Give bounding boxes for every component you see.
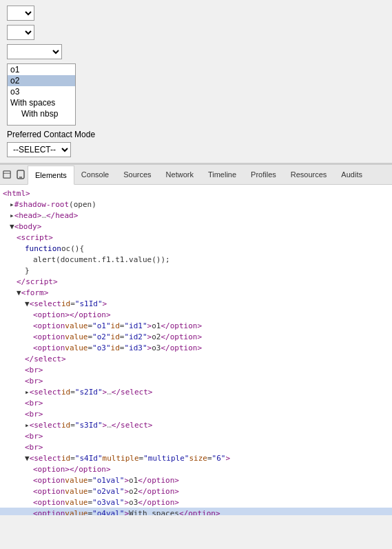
code-line-13[interactable]: <option value="o2" id="id2">o2</option>: [0, 331, 392, 342]
code-line-26[interactable]: <option value="o1val">o1</option>: [0, 475, 392, 486]
tab-network[interactable]: Network: [159, 165, 201, 184]
mobile-icon[interactable]: [14, 165, 28, 184]
preferred-select[interactable]: --SELECT--: [7, 142, 71, 157]
listbox-item-o1[interactable]: o1: [8, 64, 75, 75]
code-line-6[interactable]: alert(document.f1.t1.value());: [0, 254, 392, 265]
devtools-tabs-bar: Elements Console Sources Network Timelin…: [0, 165, 392, 185]
code-line-24[interactable]: ▼ <select id="s4Id" multiple="multiple" …: [0, 452, 392, 463]
listbox-item-o3[interactable]: o3: [8, 86, 75, 97]
listbox[interactable]: o1 o2 o3 With spaces With nbsp: [7, 63, 76, 126]
select-row-3: [7, 44, 385, 59]
listbox-item-with-nbsp[interactable]: With nbsp: [8, 108, 75, 119]
code-line-18[interactable]: ▸ <select id="s2Id">…</select>: [0, 386, 392, 397]
preferred-select-row: --SELECT--: [7, 142, 385, 157]
devtools-code-view[interactable]: <html>▸ #shadow-root (open)▸ <head>…</he…: [0, 185, 392, 515]
code-line-22[interactable]: <br>: [0, 430, 392, 441]
svg-rect-0: [3, 171, 10, 178]
dropdown-2[interactable]: [7, 25, 34, 40]
code-line-10[interactable]: ▼ <select id="s1Id">: [0, 298, 392, 309]
tab-audits[interactable]: Audits: [334, 165, 370, 184]
listbox-item-with-spaces[interactable]: With spaces: [8, 97, 75, 108]
code-line-5[interactable]: function oc(){: [0, 243, 392, 254]
devtools-panel: Elements Console Sources Network Timelin…: [0, 163, 392, 515]
listbox-item-o2[interactable]: o2: [8, 75, 75, 86]
code-line-2[interactable]: ▸ <head>…</head>: [0, 210, 392, 221]
dropdown-3[interactable]: [7, 44, 62, 59]
code-line-8[interactable]: </script>: [0, 276, 392, 287]
code-line-3[interactable]: ▼ <body>: [0, 221, 392, 232]
inspect-icon[interactable]: [0, 165, 14, 184]
code-line-28[interactable]: <option value="o3val">o3</option>: [0, 497, 392, 508]
code-line-29[interactable]: <option value="o4val"> With spaces</opti…: [0, 508, 392, 515]
code-line-19[interactable]: <br>: [0, 397, 392, 408]
browser-ui: o1 o2 o3 With spaces With nbsp Preferred…: [0, 0, 392, 163]
tab-profiles[interactable]: Profiles: [244, 165, 284, 184]
code-line-27[interactable]: <option value="o2val">o2</option>: [0, 486, 392, 497]
code-line-9[interactable]: ▼ <form>: [0, 287, 392, 298]
tab-sources[interactable]: Sources: [116, 165, 158, 184]
select-row-1: [7, 6, 385, 21]
code-line-16[interactable]: <br>: [0, 364, 392, 375]
code-line-23[interactable]: <br>: [0, 441, 392, 452]
code-line-0[interactable]: <html>: [0, 188, 392, 199]
code-line-15[interactable]: </select>: [0, 353, 392, 364]
code-line-12[interactable]: <option value="o1" id="id1">o1</option>: [0, 320, 392, 331]
tab-resources[interactable]: Resources: [284, 165, 335, 184]
code-line-14[interactable]: <option value="o3" id="id3">o3</option>: [0, 342, 392, 353]
code-line-1[interactable]: ▸ #shadow-root (open): [0, 199, 392, 210]
dropdown-1[interactable]: [7, 6, 34, 21]
code-line-20[interactable]: <br>: [0, 408, 392, 419]
preferred-label: Preferred Contact Mode: [7, 130, 385, 139]
code-line-17[interactable]: <br>: [0, 375, 392, 386]
code-line-4[interactable]: <script>: [0, 232, 392, 243]
code-line-21[interactable]: ▸ <select id="s3Id">…</select>: [0, 419, 392, 430]
tab-elements[interactable]: Elements: [28, 166, 74, 185]
tab-console[interactable]: Console: [74, 165, 116, 184]
code-line-7[interactable]: }: [0, 265, 392, 276]
code-line-25[interactable]: <option></option>: [0, 463, 392, 475]
select-row-2: [7, 25, 385, 40]
tab-timeline[interactable]: Timeline: [201, 165, 244, 184]
code-line-11[interactable]: <option></option>: [0, 309, 392, 320]
